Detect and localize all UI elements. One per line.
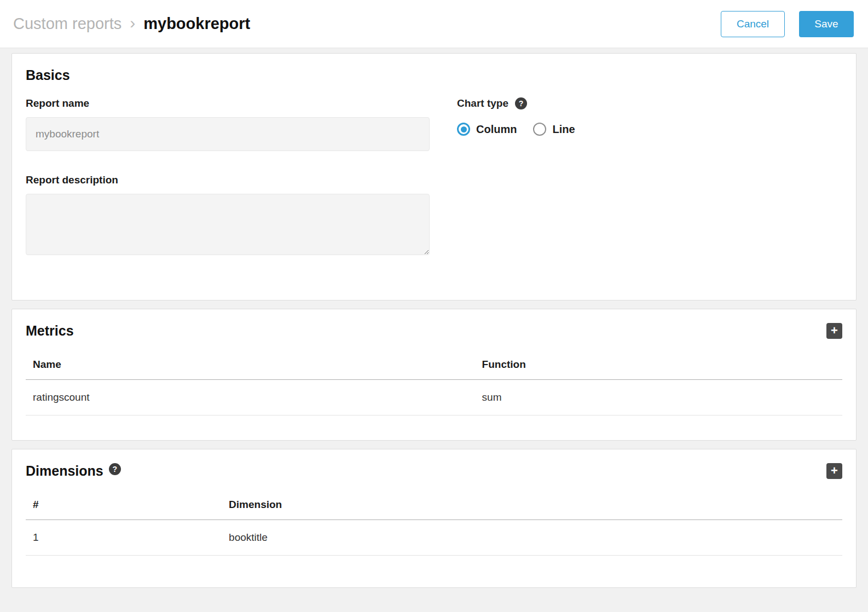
breadcrumb: Custom reports › mybookreport bbox=[13, 15, 250, 33]
chart-type-column-label: Column bbox=[476, 123, 517, 136]
cancel-button[interactable]: Cancel bbox=[721, 11, 785, 37]
report-description-input[interactable] bbox=[26, 194, 430, 255]
radio-selected-icon bbox=[457, 123, 470, 136]
basics-right-column: Chart type ? Column Line bbox=[457, 97, 842, 257]
dimensions-dimension-column-header: Dimension bbox=[222, 490, 842, 520]
report-name-field: Report name bbox=[26, 97, 430, 151]
report-description-label: Report description bbox=[26, 174, 430, 186]
report-description-field: Report description bbox=[26, 174, 430, 257]
basics-left-column: Report name Report description bbox=[26, 97, 430, 257]
dimension-index-cell: 1 bbox=[26, 520, 222, 556]
basics-title: Basics bbox=[26, 67, 842, 83]
dimensions-index-column-header: # bbox=[26, 490, 222, 520]
basics-card: Basics Report name Report description Ch… bbox=[11, 53, 857, 301]
metrics-title: Metrics bbox=[26, 323, 74, 339]
dimensions-head-row: Dimensions ? + bbox=[26, 463, 842, 479]
metric-row[interactable]: ratingscount sum bbox=[26, 380, 842, 415]
header-actions: Cancel Save bbox=[721, 11, 854, 37]
report-name-input[interactable] bbox=[26, 117, 430, 151]
metrics-head-row: Metrics + bbox=[26, 323, 842, 339]
dimensions-title-group: Dimensions ? bbox=[26, 463, 121, 479]
chart-type-header: Chart type ? bbox=[457, 97, 842, 109]
chart-type-help-icon[interactable]: ? bbox=[515, 97, 527, 109]
chart-type-column-radio[interactable]: Column bbox=[457, 123, 517, 136]
radio-unselected-icon bbox=[533, 123, 546, 136]
chart-type-line-label: Line bbox=[552, 123, 575, 136]
dimensions-title: Dimensions bbox=[26, 463, 103, 479]
chart-type-line-radio[interactable]: Line bbox=[533, 123, 575, 136]
report-name-label: Report name bbox=[26, 97, 430, 109]
metrics-table: Name Function ratingscount sum bbox=[26, 350, 842, 415]
save-button[interactable]: Save bbox=[799, 11, 854, 37]
metrics-card: Metrics + Name Function ratingscount sum bbox=[11, 309, 857, 441]
breadcrumb-custom-reports-link[interactable]: Custom reports bbox=[13, 15, 121, 33]
metric-function-cell: sum bbox=[475, 380, 842, 415]
chart-type-label: Chart type bbox=[457, 97, 508, 109]
metrics-name-column-header: Name bbox=[26, 350, 475, 380]
dimensions-header-row: # Dimension bbox=[26, 490, 842, 520]
breadcrumb-current-report: mybookreport bbox=[143, 15, 250, 33]
chart-type-radio-group: Column Line bbox=[457, 123, 842, 136]
dimensions-help-icon[interactable]: ? bbox=[109, 463, 121, 475]
dimensions-table: # Dimension 1 booktitle bbox=[26, 490, 842, 556]
add-dimension-button[interactable]: + bbox=[826, 463, 842, 479]
metrics-function-column-header: Function bbox=[475, 350, 842, 380]
chevron-right-icon: › bbox=[130, 15, 135, 33]
metric-name-cell: ratingscount bbox=[26, 380, 475, 415]
dimensions-card: Dimensions ? + # Dimension 1 booktitle bbox=[11, 449, 857, 588]
add-metric-button[interactable]: + bbox=[826, 323, 842, 339]
metrics-header-row: Name Function bbox=[26, 350, 842, 380]
page-header: Custom reports › mybookreport Cancel Sav… bbox=[0, 0, 868, 48]
dimension-row[interactable]: 1 booktitle bbox=[26, 520, 842, 556]
dimension-name-cell: booktitle bbox=[222, 520, 842, 556]
main-content: Basics Report name Report description Ch… bbox=[0, 48, 868, 588]
basics-grid: Report name Report description Chart typ… bbox=[26, 97, 842, 257]
